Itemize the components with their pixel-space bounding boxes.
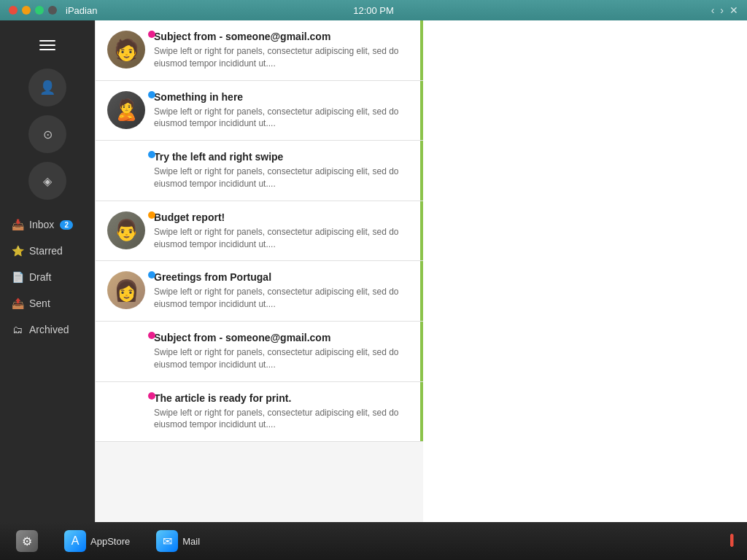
taskbar: ⚙ A AppStore ✉ Mail ⏽ [0,522,747,560]
github-icon: ⊙ [43,128,53,141]
forward-button[interactable]: › [720,4,724,16]
back-button[interactable]: ‹ [711,4,715,16]
email-content-5: Greetings from Portugal Swipe left or ri… [154,271,411,311]
taskbar-label-appstore: AppStore [90,536,130,547]
email-list: 🧑 Subject from - someone@gmail.com Swipe… [95,20,423,522]
email-subject-5: Greetings from Portugal [154,271,411,283]
taskbar-app-mail[interactable]: ✉ Mail [149,527,207,555]
email-side-bar-5 [420,261,423,321]
sidebar-label-sent: Sent [29,298,50,309]
email-subject-3: Try the left and right swipe [154,151,411,163]
email-item-3[interactable]: Try the left and right swipe Swipe left … [96,141,423,201]
avatar-1: 🧑 [107,31,145,69]
email-content-4: Budget report! Swipe left or right for p… [154,211,411,251]
title-bar: iPadian 12:00 PM ‹ › ✕ [0,0,747,20]
avatar-4: 👨 [107,211,145,249]
email-side-bar-4 [420,201,423,261]
email-item-2[interactable]: 🙎 Something in here Swipe left or right … [96,81,423,141]
sidebar-label-draft: Draft [29,271,51,283]
email-subject-1: Subject from - someone@gmail.com [154,31,411,42]
email-item-7[interactable]: The article is ready for print. Swipe le… [96,382,423,443]
email-content-3: Try the left and right swipe Swipe left … [154,151,411,190]
codepen-icon-button[interactable]: ◈ [28,162,66,200]
email-side-bar-7 [420,382,423,442]
taskbar-label-mail: Mail [182,536,200,547]
sidebar-label-inbox: Inbox [29,219,54,230]
sidebar-label-archived: Archived [29,324,69,335]
email-preview-4: Swipe left or right for panels, consecte… [154,226,411,251]
title-bar-left: iPadian [9,5,97,16]
profile-icon: 👤 [39,79,55,96]
sidebar-item-archived[interactable]: 🗂 Archived [0,316,95,343]
hamburger-icon [39,40,55,50]
settings-icon: ⚙ [16,530,38,552]
email-subject-2: Something in here [154,91,411,103]
draft-icon: 📄 [12,271,23,283]
email-item-1[interactable]: 🧑 Subject from - someone@gmail.com Swipe… [96,20,423,81]
avatar-2: 🙎 [107,91,145,129]
unread-dot-4 [148,211,155,219]
close-button[interactable]: ✕ [729,4,738,16]
email-preview-1: Swipe left or right for panels, consecte… [154,45,411,70]
sidebar-nav: 📥 Inbox 2 ⭐ Starred 📄 Draft 📤 Sent 🗂 Arc… [0,211,95,343]
mail-icon: ✉ [156,530,178,552]
email-subject-4: Budget report! [154,211,411,223]
avatar-5: 👩 [107,271,145,309]
sidebar-item-inbox[interactable]: 📥 Inbox 2 [0,211,95,238]
unread-dot-6 [148,332,155,339]
email-preview-7: Swipe left or right for panels, consecte… [154,407,411,432]
taskbar-app-settings[interactable]: ⚙ [9,527,45,555]
email-subject-6: Subject from - someone@gmail.com [154,332,411,343]
unread-dot-7 [148,392,155,400]
email-item-6[interactable]: Subject from - someone@gmail.com Swipe l… [96,322,423,382]
email-preview-2: Swipe left or right for panels, consecte… [154,106,411,131]
sidebar-item-sent[interactable]: 📤 Sent [0,290,95,316]
email-content-2: Something in here Swipe left or right fo… [154,91,411,131]
app-title: iPadian [66,5,97,16]
unread-dot-1 [148,31,155,38]
email-side-bar-3 [420,141,423,201]
inbox-badge: 2 [60,220,73,230]
sidebar-label-starred: Starred [29,245,63,257]
email-item-4[interactable]: 👨 Budget report! Swipe left or right for… [96,201,423,262]
unread-dot-2 [148,91,155,98]
sidebar-item-draft[interactable]: 📄 Draft [0,264,95,290]
email-side-bar-6 [420,322,423,381]
traffic-light-dark [48,6,57,15]
email-side-bar-1 [420,20,423,80]
email-content-1: Subject from - someone@gmail.com Swipe l… [154,31,411,70]
email-subject-7: The article is ready for print. [154,392,411,404]
email-content-7: The article is ready for print. Swipe le… [154,392,411,432]
email-detail-panel [423,20,747,522]
email-preview-3: Swipe left or right for panels, consecte… [154,166,411,190]
clock: 12:00 PM [353,5,394,16]
window-controls: ‹ › ✕ [711,4,738,16]
sent-icon: 📤 [12,298,23,309]
email-preview-5: Swipe left or right for panels, consecte… [154,286,411,311]
starred-icon: ⭐ [12,245,23,257]
profile-icon-button[interactable]: 👤 [28,69,66,106]
traffic-light-red[interactable] [9,6,18,15]
traffic-light-green[interactable] [35,6,44,15]
appstore-icon: A [64,530,86,552]
archived-icon: 🗂 [12,324,23,335]
email-item-5[interactable]: 👩 Greetings from Portugal Swipe left or … [96,261,423,322]
email-side-bar-2 [420,81,423,141]
menu-button[interactable] [31,29,63,61]
codepen-icon: ◈ [43,174,52,188]
github-icon-button[interactable]: ⊙ [28,115,66,153]
power-button[interactable]: ⏽ [725,534,738,549]
main-container: 👤 ⊙ ◈ 📥 Inbox 2 ⭐ Starred 📄 Draft 📤 [0,20,747,522]
email-preview-6: Swipe left or right for panels, consecte… [154,346,411,371]
email-content-6: Subject from - someone@gmail.com Swipe l… [154,332,411,371]
inbox-icon: 📥 [12,219,23,230]
taskbar-app-appstore[interactable]: A AppStore [57,527,137,555]
sidebar-item-starred[interactable]: ⭐ Starred [0,238,95,264]
sidebar: 👤 ⊙ ◈ 📥 Inbox 2 ⭐ Starred 📄 Draft 📤 [0,20,95,522]
traffic-light-yellow[interactable] [22,6,31,15]
